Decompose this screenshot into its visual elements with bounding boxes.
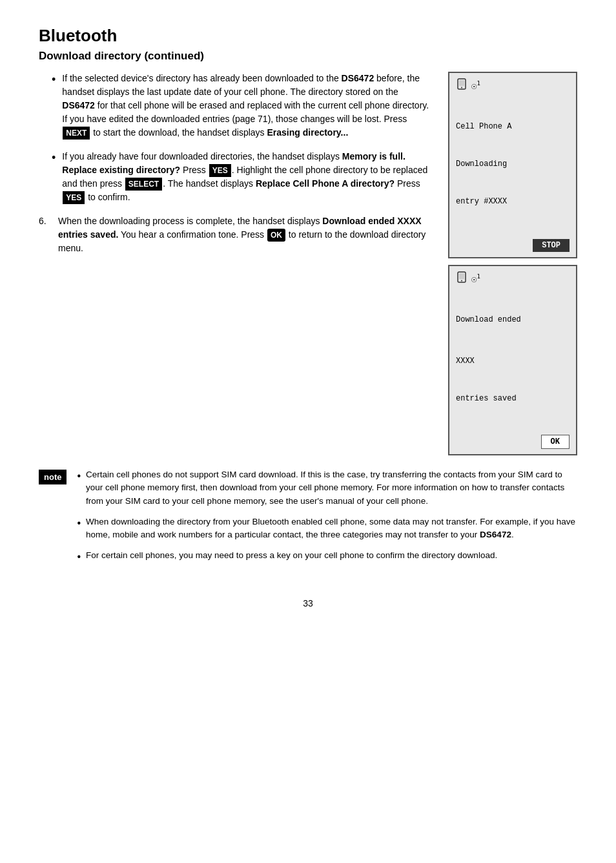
- phone-handset-icon-2: [456, 271, 467, 286]
- bullet-item-2-text: If you already have four downloaded dire…: [62, 150, 433, 204]
- svg-rect-1: [459, 80, 464, 86]
- note-item-1-text: Certain cell phones do not support SIM c…: [86, 468, 577, 508]
- note-section: note Certain cell phones do not support …: [39, 468, 577, 572]
- svg-point-2: [461, 87, 462, 88]
- content-area: If the selected device's directory has a…: [39, 72, 577, 455]
- bullet-item-1-text: If the selected device's directory has a…: [62, 72, 433, 140]
- yes-button-label-2: YES: [63, 191, 85, 204]
- ok-button-label: OK: [267, 229, 285, 242]
- screen2-line1: Download ended: [456, 314, 570, 326]
- svg-point-5: [461, 280, 462, 282]
- screen1-line3: entry #XXXX: [456, 196, 570, 208]
- next-button-label: NEXT: [63, 127, 90, 140]
- note-item-2-text: When downloading the directory from your…: [86, 515, 577, 542]
- ok-button-screen2: OK: [541, 435, 570, 449]
- yes-button-label-1: YES: [209, 164, 231, 177]
- step-number: 6.: [39, 214, 53, 228]
- select-button-label: SELECT: [125, 178, 162, 191]
- screen1-body: Cell Phone A Downloading entry #XXXX: [456, 96, 570, 233]
- note-item-3: For certain cell phones, you may need to…: [77, 549, 577, 565]
- bullet-item-1: If the selected device's directory has a…: [39, 72, 433, 140]
- svg-rect-4: [459, 273, 464, 279]
- screen2-body: Download ended XXXX entries saved: [456, 289, 570, 430]
- step-6: 6. When the downloading process is compl…: [39, 214, 433, 255]
- signal-icon-1: ☉1: [471, 80, 480, 91]
- note-item-2: When downloading the directory from your…: [77, 515, 577, 542]
- screen2-header: ☉1: [456, 271, 570, 286]
- phone-screen-download-ended: ☉1 Download ended XXXX entries saved OK: [448, 265, 577, 455]
- stop-button: STOP: [533, 239, 570, 252]
- screen2-line3: entries saved: [456, 393, 570, 405]
- screen1-line1: Cell Phone A: [456, 121, 570, 133]
- screen1-line2: Downloading: [456, 158, 570, 171]
- page-title: Bluetooth: [39, 26, 577, 46]
- bullet-item-2: If you already have four downloaded dire…: [39, 150, 433, 204]
- bullet-list: If the selected device's directory has a…: [39, 72, 433, 204]
- note-content: Certain cell phones do not support SIM c…: [77, 468, 577, 572]
- section-title: Download directory (continued): [39, 50, 577, 63]
- text-column: If the selected device's directory has a…: [39, 72, 433, 265]
- note-badge: note: [39, 470, 67, 484]
- note-list: Certain cell phones do not support SIM c…: [77, 468, 577, 565]
- screen1-button-row: STOP: [456, 235, 570, 252]
- step-6-text: When the downloading process is complete…: [58, 214, 433, 255]
- screen2-button-row: OK: [456, 432, 570, 449]
- screen2-line2: XXXX: [456, 355, 570, 368]
- phone-displays: ☉1 Cell Phone A Downloading entry #XXXX …: [448, 72, 577, 455]
- page-number: 33: [39, 598, 577, 608]
- screen1-header: ☉1: [456, 78, 570, 92]
- note-item-1: Certain cell phones do not support SIM c…: [77, 468, 577, 508]
- phone-screen-downloading: ☉1 Cell Phone A Downloading entry #XXXX …: [448, 72, 577, 258]
- phone-handset-icon-1: [456, 78, 467, 92]
- note-item-3-text: For certain cell phones, you may need to…: [86, 549, 497, 562]
- signal-icon-2: ☉1: [471, 273, 480, 284]
